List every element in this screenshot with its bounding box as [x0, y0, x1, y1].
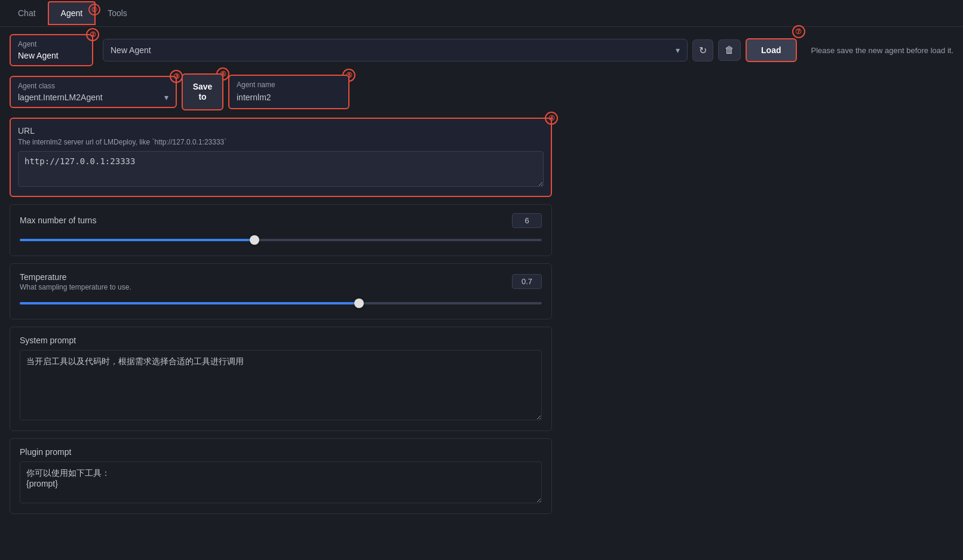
tab-agent[interactable]: Agent ①	[48, 1, 96, 25]
agent-box-value: New Agent	[18, 51, 85, 60]
delete-icon: 🗑	[725, 45, 734, 56]
max-turns-value: 6	[512, 213, 542, 228]
second-row: ③ Agent class lagent.InternLM2Agent ▾ ⑥ …	[0, 73, 963, 118]
load-btn-container: ⑦ Load	[746, 38, 796, 62]
dropdown-icon: ▾	[676, 45, 680, 55]
agent-dropdown[interactable]: New Agent ▾	[103, 39, 688, 61]
temperature-section: Temperature What sampling temperature to…	[10, 263, 552, 319]
plugin-prompt-textarea[interactable]: 你可以使用如下工具： {prompt}	[20, 461, 542, 503]
annotation-4: ④	[545, 112, 558, 125]
system-prompt-textarea[interactable]: 当开启工具以及代码时，根据需求选择合适的工具进行调用	[20, 350, 542, 420]
temperature-label: Temperature	[20, 272, 131, 282]
url-label: URL	[18, 126, 544, 136]
agent-selector-box: ② Agent New Agent	[10, 34, 93, 66]
url-section: ④ URL The internlm2 server url of LMDepl…	[10, 118, 552, 197]
load-button[interactable]: Load	[746, 38, 796, 62]
max-turns-row: Max number of turns 6	[20, 213, 542, 228]
delete-button[interactable]: 🗑	[718, 39, 741, 61]
agent-name-box: Agent name	[228, 75, 349, 109]
temperature-label-group: Temperature What sampling temperature to…	[20, 272, 131, 291]
agent-name-label: Agent name	[237, 81, 341, 89]
agent-class-box: ③ Agent class lagent.InternLM2Agent ▾	[10, 76, 177, 108]
refresh-icon: ↻	[699, 45, 707, 56]
max-turns-label: Max number of turns	[20, 216, 96, 225]
max-turns-section: Max number of turns 6	[10, 204, 552, 256]
temperature-row: Temperature What sampling temperature to…	[20, 272, 542, 291]
agent-name-input[interactable]	[237, 91, 341, 103]
agent-class-select[interactable]: lagent.InternLM2Agent	[18, 93, 162, 102]
temperature-slider-wrapper	[20, 296, 542, 310]
annotation-7: ⑦	[792, 25, 805, 38]
url-input[interactable]: http://127.0.0.1:23333	[18, 151, 544, 187]
tab-tools[interactable]: Tools	[96, 2, 139, 24]
system-prompt-label: System prompt	[20, 336, 542, 345]
max-turns-slider-wrapper	[20, 233, 542, 247]
url-description: The internlm2 server url of LMDeploy, li…	[18, 138, 544, 146]
tab-chat[interactable]: Chat	[6, 2, 48, 24]
agent-name-wrapper: ⑤ Agent name	[228, 75, 349, 109]
plugin-prompt-section: Plugin prompt 你可以使用如下工具： {prompt}	[10, 438, 552, 514]
agent-class-wrapper: ③ Agent class lagent.InternLM2Agent ▾	[10, 76, 177, 108]
temperature-value: 0.7	[512, 274, 542, 289]
agent-class-label: Agent class	[18, 82, 168, 90]
annotation-2: ②	[86, 28, 99, 41]
temperature-sublabel: What sampling temperature to use.	[20, 283, 131, 291]
agent-box-label: Agent	[18, 40, 85, 48]
form-sections: ④ URL The internlm2 server url of LMDepl…	[0, 118, 562, 514]
annotation-3: ③	[170, 70, 183, 83]
top-header: ② Agent New Agent New Agent ▾ ↻ 🗑 ⑦ Load…	[0, 27, 963, 73]
class-dropdown-icon: ▾	[164, 93, 168, 102]
info-text: Please save the new agent before load it…	[811, 46, 954, 55]
refresh-button[interactable]: ↻	[692, 39, 713, 61]
agent-dropdown-select[interactable]: New Agent	[111, 45, 673, 55]
plugin-prompt-label: Plugin prompt	[20, 447, 542, 457]
tab-bar: Chat Agent ① Tools	[0, 0, 963, 27]
save-to-wrapper: ⑥ Saveto	[182, 73, 223, 110]
save-to-button[interactable]: Saveto	[182, 73, 223, 110]
system-prompt-section: System prompt 当开启工具以及代码时，根据需求选择合适的工具进行调用	[10, 327, 552, 431]
agent-class-select-row: lagent.InternLM2Agent ▾	[18, 93, 168, 102]
url-section-wrapper: ④ URL The internlm2 server url of LMDepl…	[10, 118, 552, 197]
